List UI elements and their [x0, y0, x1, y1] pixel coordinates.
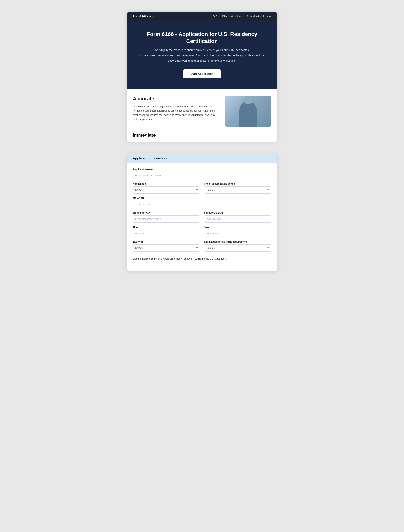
hero-title: Form 6166 - Application for U.S. Residen…	[134, 31, 270, 45]
navbar-brand: Form6166.com	[133, 15, 153, 18]
fein-ssn-label: FEIN/SSN	[133, 197, 271, 200]
form-header: Applicant Information	[127, 153, 277, 163]
year-input[interactable]	[204, 230, 271, 237]
navbar-links: FAQ Filing Instructions Subscribe for Up…	[212, 15, 271, 18]
check-all-group: Check all applicable boxes Select... ▼	[204, 183, 271, 194]
title-group: Title	[133, 226, 200, 237]
applicant-name-label: Applicant's name	[133, 168, 271, 171]
tax-form-select-wrapper: Select... ▼	[133, 244, 200, 252]
accurate-text: Accurate Our intuitive interface will gu…	[133, 96, 219, 121]
applicant-is-label: Applicant is:	[133, 183, 200, 185]
title-year-row: Title Year	[133, 226, 271, 237]
applicant-is-row: Applicant is: Select... ▼ Check all appl…	[133, 183, 271, 194]
tax-explanation-row: Tax form Select... ▼ Explanation for no …	[133, 241, 271, 252]
landing-card: Form6166.com FAQ Filing Instructions Sub…	[127, 12, 277, 142]
year-label: Year	[204, 226, 271, 229]
signing-row: Signing for CORP Signatory's SSN	[133, 211, 271, 222]
immediate-heading: Immediate	[127, 133, 277, 142]
signatory-ssn-group: Signatory's SSN	[204, 211, 271, 222]
accurate-section: Accurate Our intuitive interface will gu…	[127, 89, 277, 133]
hero-line-2: Our automated service assembles the requ…	[134, 53, 270, 58]
hero-line-3: Easy, empowering, and effective. From th…	[134, 59, 270, 63]
accurate-heading: Accurate	[133, 96, 219, 102]
form-card: Applicant Information Applicant's name A…	[127, 153, 277, 272]
navbar: Form6166.com FAQ Filing Instructions Sub…	[127, 12, 277, 21]
faq-link[interactable]: FAQ	[212, 15, 217, 18]
signatory-ssn-label: Signatory's SSN	[204, 211, 271, 214]
applicant-name-input[interactable]	[133, 172, 271, 179]
fein-ssn-input[interactable]	[133, 201, 271, 208]
signing-corp-group: Signing for CORP	[133, 211, 200, 222]
title-input[interactable]	[133, 230, 200, 237]
signing-corp-input[interactable]	[133, 215, 200, 222]
title-label: Title	[133, 226, 200, 229]
page-wrapper: Form6166.com FAQ Filing Instructions Sub…	[127, 12, 277, 272]
applicant-is-select[interactable]: Select...	[133, 186, 200, 194]
accurate-image	[225, 96, 271, 127]
explanation-group: Explanation for no filling requirement S…	[204, 241, 271, 252]
check-all-select-wrapper: Select... ▼	[204, 186, 271, 194]
fein-ssn-group: FEIN/SSN	[133, 197, 271, 208]
filing-instructions-link[interactable]: Filing Instructions	[222, 15, 242, 18]
applicant-name-group: Applicant's name	[133, 168, 271, 179]
hero-line-1: We simplify the process to ensure quick …	[134, 48, 270, 53]
form-body: Applicant's name Applicant is: Select...…	[127, 163, 277, 266]
subscribe-link[interactable]: Subscribe for Updates	[246, 15, 271, 18]
year-group: Year	[204, 226, 271, 237]
applicant-is-group: Applicant is: Select... ▼	[133, 183, 200, 194]
parent-question: Was the applicant's parent, parent organ…	[133, 255, 271, 261]
explanation-label: Explanation for no filling requirement	[204, 241, 271, 243]
explanation-select[interactable]: Select...	[204, 244, 271, 252]
signing-corp-label: Signing for CORP	[133, 211, 200, 214]
hero-section: Form 6166 - Application for U.S. Residen…	[127, 21, 277, 89]
accurate-description: Our intuitive interface will guide you t…	[133, 104, 219, 121]
explanation-select-wrapper: Select... ▼	[204, 244, 271, 252]
tax-form-select[interactable]: Select...	[133, 244, 200, 252]
start-application-button[interactable]: Start Application	[183, 70, 221, 78]
check-all-label: Check all applicable boxes	[204, 183, 271, 185]
tax-form-group: Tax form Select... ▼	[133, 241, 200, 252]
applicant-is-select-wrapper: Select... ▼	[133, 186, 200, 194]
check-all-select[interactable]: Select...	[204, 186, 271, 194]
tax-form-label: Tax form	[133, 241, 200, 243]
signatory-ssn-input[interactable]	[204, 215, 271, 222]
